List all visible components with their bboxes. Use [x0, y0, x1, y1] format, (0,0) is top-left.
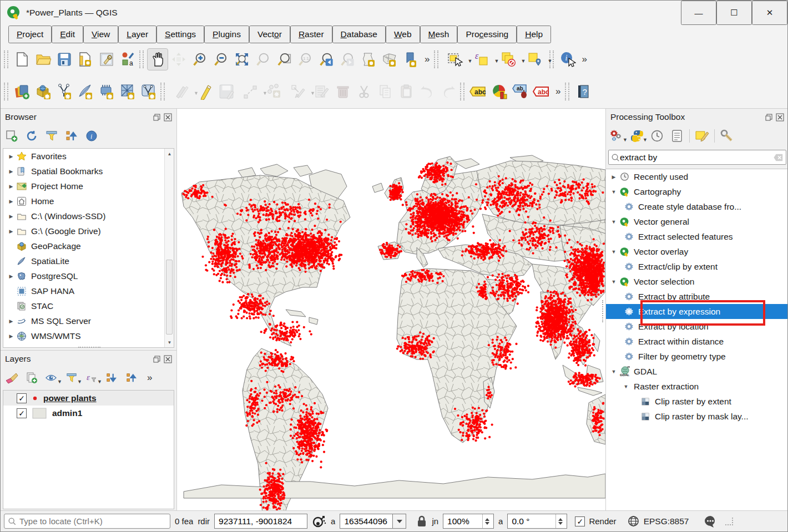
spin-up-icon[interactable] — [485, 518, 489, 521]
filter-by-expression-button[interactable]: ε▼ — [84, 370, 99, 386]
browser-item-c-drive[interactable]: ▶C:\ (Windows-SSD) — [3, 209, 174, 224]
scale-dropdown-button[interactable] — [393, 514, 406, 529]
layer-row-power-plants[interactable]: ✓ power plants — [3, 391, 174, 406]
browser-item-spatial-bookmarks[interactable]: ▶Spatial Bookmarks — [3, 164, 174, 179]
toolbar-grip[interactable] — [139, 50, 144, 68]
browser-item-g-drive[interactable]: ▶G:\ (Google Drive) — [3, 224, 174, 239]
menu-web[interactable]: Web — [386, 26, 420, 43]
render-toggle[interactable]: ✓ Render — [575, 516, 616, 526]
lock-scale-icon[interactable] — [416, 515, 427, 528]
browser-item-stac[interactable]: STAC — [3, 298, 174, 313]
add-record-button[interactable] — [264, 80, 285, 103]
layers-toolbar-overflow-button[interactable]: » — [144, 372, 155, 383]
spin-up-icon[interactable] — [558, 518, 563, 521]
toolbox-group-cartography[interactable]: ▼Cartography — [606, 184, 788, 199]
collapse-all-button[interactable] — [124, 370, 139, 386]
current-edits-button[interactable]: ▼ — [168, 80, 195, 103]
layer-name[interactable]: admin1 — [52, 408, 82, 418]
pan-to-selection-button[interactable] — [168, 48, 189, 70]
menu-project[interactable]: Project — [8, 26, 52, 43]
browser-item-home[interactable]: ▶Home — [3, 194, 174, 209]
extents-toggle-icon[interactable] — [312, 514, 326, 529]
menu-raster[interactable]: Raster — [290, 26, 332, 43]
edit-features-in-place-button[interactable] — [694, 128, 710, 144]
toolbox-group-gdal[interactable]: ▼GDALGDAL — [606, 364, 788, 379]
new-geopackage-button[interactable] — [33, 80, 54, 103]
expand-arrow-icon[interactable]: ▼ — [610, 369, 617, 374]
menu-mesh[interactable]: Mesh — [420, 26, 458, 43]
add-group-button[interactable] — [24, 370, 39, 386]
expand-arrow-icon[interactable]: ▶ — [8, 154, 14, 159]
menu-database[interactable]: Database — [332, 26, 386, 43]
messages-bubble-icon[interactable] — [703, 515, 718, 528]
select-features-button[interactable]: ▼ — [442, 48, 468, 70]
menu-view[interactable]: View — [83, 26, 118, 43]
vertex-tool-button[interactable]: ▼ — [285, 80, 311, 103]
browser-item-postgresql[interactable]: ▶PostgreSQL — [3, 268, 174, 283]
browser-collapse-all-button[interactable] — [64, 128, 79, 144]
expand-arrow-icon[interactable]: ▶ — [8, 184, 14, 189]
magnifier-input[interactable] — [447, 516, 479, 526]
toolbox-group-raster-extraction[interactable]: ▼Raster extraction — [606, 379, 788, 394]
expand-arrow-icon[interactable]: ▶ — [8, 229, 14, 234]
new-shapefile-button[interactable] — [54, 80, 75, 103]
digitize-with-segment-button[interactable]: ▼ — [237, 80, 264, 103]
project-properties-button[interactable] — [96, 48, 117, 70]
new-virtual-raster-button[interactable] — [117, 80, 138, 103]
expand-arrow-icon[interactable]: ▼ — [610, 249, 617, 255]
toggle-editing-button[interactable] — [195, 80, 216, 103]
close-panel-icon[interactable] — [164, 355, 172, 363]
toolbar-grip[interactable] — [4, 50, 8, 68]
zoom-native-button[interactable]: 1:1 — [295, 48, 316, 70]
zoom-last-button[interactable] — [316, 48, 337, 70]
help-button[interactable]: ? — [573, 80, 594, 103]
expand-arrow-icon[interactable]: ▼ — [610, 279, 617, 285]
expand-arrow-icon[interactable]: ▼ — [610, 189, 617, 195]
redo-button[interactable] — [438, 80, 459, 103]
toolbox-alg-extract-within-distance[interactable]: Extract within distance — [606, 334, 788, 349]
close-panel-icon[interactable] — [776, 113, 784, 121]
clear-search-icon[interactable] — [774, 153, 784, 162]
toolbox-options-button[interactable] — [719, 128, 735, 144]
expand-all-button[interactable] — [104, 370, 119, 386]
browser-add-layer-button[interactable] — [4, 128, 19, 144]
new-spatialite-layer-button[interactable] — [75, 80, 96, 103]
spin-down-icon[interactable] — [485, 522, 489, 525]
panel-splitter-handle[interactable] — [78, 347, 100, 349]
open-layer-styling-button[interactable] — [4, 370, 19, 386]
browser-refresh-button[interactable] — [24, 128, 39, 144]
new-project-button[interactable] — [12, 48, 33, 70]
manage-map-themes-button[interactable]: ▼ — [44, 370, 59, 386]
browser-item-project-home[interactable]: ▶Project Home — [3, 179, 174, 194]
paste-features-button[interactable] — [396, 80, 417, 103]
rotation-input[interactable] — [512, 516, 552, 526]
menu-processing[interactable]: Processing — [457, 26, 517, 43]
scrollbar-thumb[interactable] — [166, 260, 173, 335]
toolbox-alg-filter-by-geometry-type[interactable]: Filter by geometry type — [606, 349, 788, 364]
select-by-value-button[interactable]: ▼ — [522, 48, 548, 70]
new-3d-map-view-button[interactable] — [379, 48, 400, 70]
pin-labels-button[interactable]: ab — [510, 80, 531, 103]
highlight-pinned-labels-button[interactable]: abc — [531, 80, 552, 103]
toolbox-group-vector-general[interactable]: ▼Vector general — [606, 214, 788, 229]
toolbar-overflow-button[interactable]: » — [578, 54, 590, 65]
toolbox-alg-extract-by-location[interactable]: Extract by location — [606, 319, 788, 334]
toolbox-alg-clip-raster-by-extent[interactable]: Clip raster by extent — [606, 394, 788, 409]
browser-properties-button[interactable]: i — [84, 128, 99, 144]
layout-manager-button[interactable] — [75, 48, 96, 70]
toolbox-alg-create-style-database[interactable]: Create style database fro... — [606, 199, 788, 214]
scroll-up-icon[interactable]: ▲ — [165, 149, 174, 159]
toolbox-search-input[interactable] — [620, 153, 774, 163]
python-console-button[interactable]: ▼ — [629, 128, 645, 144]
zoom-next-button[interactable] — [337, 48, 358, 70]
expand-arrow-icon[interactable]: ▶ — [610, 174, 617, 180]
map-canvas[interactable] — [177, 109, 605, 511]
render-checkbox[interactable]: ✓ — [575, 516, 585, 526]
spin-down-icon[interactable] — [558, 522, 563, 525]
expand-arrow-icon[interactable]: ▶ — [8, 273, 14, 279]
layer-visibility-checkbox[interactable]: ✓ — [17, 408, 27, 418]
toolbox-alg-extract-clip-by-extent[interactable]: Extract/clip by extent — [606, 259, 788, 274]
expand-arrow-icon[interactable]: ▶ — [8, 333, 14, 339]
layer-row-admin1[interactable]: ✓ admin1 — [3, 406, 174, 420]
zoom-in-button[interactable] — [189, 48, 210, 70]
